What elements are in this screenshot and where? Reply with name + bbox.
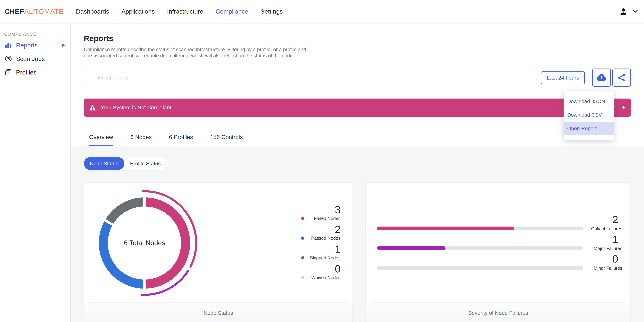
skipped-nodes-count: 1 (301, 244, 340, 254)
main-content: Reports Compliance reports describe the … (71, 24, 644, 322)
page-title: Reports (84, 24, 631, 43)
main-nav: Dashboards Applications Infrastructure C… (76, 8, 283, 15)
report-actions (592, 68, 631, 86)
filter-bar: Last 24 hours (84, 69, 588, 86)
logo-chef: CHEF (4, 8, 24, 16)
nav-infrastructure[interactable]: Infrastructure (167, 8, 203, 15)
failed-nodes-count: 3 (301, 205, 340, 215)
legend-row-failed: 3 Failed Nodes (301, 205, 340, 224)
tab-nodes[interactable]: 6 Nodes (130, 134, 152, 146)
minor-failures-count: 0 (612, 254, 618, 264)
critical-failures-track (377, 226, 583, 230)
plus-icon[interactable]: + (622, 104, 626, 112)
menu-item-download-json[interactable]: Download JSON (564, 94, 614, 108)
tab-profiles[interactable]: 6 Profiles (169, 134, 193, 146)
download-report-button[interactable] (592, 68, 611, 86)
chevron-down-icon (633, 10, 638, 13)
node-status-card: 6 Total Nodes 3 Failed Nodes 2 Passed No… (84, 182, 353, 322)
top-nav: CHEF AUTOMATE Dashboards Applications In… (0, 0, 644, 24)
logo-automate: AUTOMATE (24, 8, 64, 16)
severity-card: 2 Critical Failures 1 Major Failures 0 M… (366, 182, 631, 322)
tab-controls[interactable]: 156 Controls (210, 134, 243, 146)
minor-failures-label: Minor Failures (594, 266, 622, 271)
severity-row-minor: 0 Minor Failures (377, 254, 622, 274)
sidebar: COMPLIANCE Reports Scan Jobs Profiles (0, 24, 71, 322)
sidebar-item-reports[interactable]: Reports (0, 38, 70, 52)
critical-failures-count: 2 (612, 214, 618, 225)
page-description-line2: one associated control, will enable deep… (84, 52, 631, 59)
cloud-download-icon (596, 74, 606, 82)
legend-row-waived: 0 Waived Nodes (301, 264, 340, 284)
critical-failures-label: Critical Failures (591, 226, 622, 232)
nav-compliance[interactable]: Compliance (216, 8, 248, 15)
skipped-dot-icon (301, 256, 304, 260)
passed-nodes-count: 2 (301, 224, 340, 235)
passed-nodes-label: Passed Nodes (311, 236, 340, 241)
radar-icon (5, 55, 12, 62)
node-status-caption: Node Status (204, 310, 233, 322)
minor-failures-track (377, 266, 583, 270)
node-status-donut: 6 Total Nodes (87, 186, 202, 300)
skipped-nodes-label: Skipped Nodes (310, 255, 340, 260)
nav-applications[interactable]: Applications (122, 8, 155, 15)
filter-row: Last 24 hours (84, 68, 631, 86)
legend-row-passed: 2 Passed Nodes (301, 224, 340, 244)
reports-header-section: Reports Compliance reports describe the … (71, 24, 644, 146)
status-toggle: Node Status Profile Status (84, 157, 168, 170)
sidebar-item-scan-jobs[interactable]: Scan Jobs (0, 52, 70, 66)
time-range-button[interactable]: Last 24 hours (541, 72, 585, 84)
waived-nodes-count: 0 (301, 264, 340, 274)
passed-dot-icon (301, 236, 304, 240)
failed-nodes-label: Failed Nodes (314, 216, 340, 221)
sidebar-item-label: Profiles (16, 69, 37, 76)
download-dropdown-menu: Download JSON Download CSV Open Report (564, 91, 614, 140)
card-footer: Severity of Node Failures (366, 303, 630, 322)
person-icon (619, 7, 628, 16)
page-description: Compliance reports describe the status o… (84, 46, 631, 59)
waived-nodes-label: Waived Nodes (311, 275, 340, 280)
menu-item-open-report[interactable]: Open Report (564, 122, 614, 135)
bar-chart-icon (5, 42, 12, 48)
severity-bars: 2 Critical Failures 1 Major Failures 0 M… (377, 214, 622, 274)
menu-item-download-csv[interactable]: Download CSV (564, 108, 614, 122)
legend-row-skipped: 1 Skipped Nodes (301, 244, 340, 264)
documents-icon (5, 69, 12, 76)
tab-overview[interactable]: Overview (89, 134, 113, 146)
triangle-right-icon[interactable] (62, 43, 65, 47)
share-icon (618, 74, 626, 82)
nav-settings[interactable]: Settings (260, 8, 283, 15)
sidebar-section-label: COMPLIANCE (4, 32, 70, 37)
major-failures-track (377, 246, 583, 250)
failed-dot-icon (301, 217, 304, 220)
card-footer: Node Status (84, 303, 352, 322)
page-description-line1: Compliance reports describe the status o… (84, 46, 631, 52)
nav-dashboards[interactable]: Dashboards (76, 8, 109, 15)
share-report-button[interactable] (612, 68, 631, 86)
critical-failures-bar (377, 226, 514, 230)
warning-triangle-icon (89, 105, 96, 110)
donut-center-label: 6 Total Nodes (87, 186, 202, 300)
compliance-status-banner: Your System is Not Compliant ta + (84, 98, 631, 116)
overview-section: Node Status Profile Status 6 Total Nodes… (71, 146, 644, 322)
sidebar-item-label: Scan Jobs (16, 55, 45, 62)
filter-reports-input[interactable] (92, 75, 538, 81)
severity-caption: Severity of Node Failures (468, 310, 528, 322)
major-failures-bar (377, 246, 446, 250)
toggle-profile-status[interactable]: Profile Status (124, 160, 168, 166)
banner-message: Your System is Not Compliant (101, 104, 171, 111)
waived-dot-icon (301, 276, 304, 279)
severity-row-critical: 2 Critical Failures (377, 214, 622, 234)
overview-cards: 6 Total Nodes 3 Failed Nodes 2 Passed No… (84, 182, 631, 322)
major-failures-label: Major Failures (594, 246, 622, 251)
report-tabs: Overview 6 Nodes 6 Profiles 156 Controls (84, 134, 631, 146)
user-menu[interactable] (619, 7, 637, 16)
severity-row-major: 1 Major Failures (377, 234, 622, 254)
node-status-legend: 3 Failed Nodes 2 Passed Nodes 1 Skipped … (301, 205, 340, 284)
major-failures-count: 1 (612, 234, 618, 244)
sidebar-item-profiles[interactable]: Profiles (0, 66, 70, 79)
toggle-node-status[interactable]: Node Status (84, 157, 124, 170)
chef-automate-logo[interactable]: CHEF AUTOMATE (4, 8, 64, 16)
sidebar-item-label: Reports (16, 42, 38, 49)
